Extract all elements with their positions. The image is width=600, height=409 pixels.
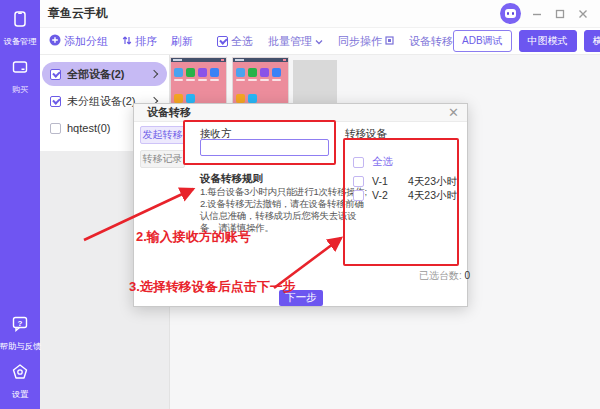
next-step-button[interactable]: 下一步 [279, 290, 323, 306]
orientation-toggle-button[interactable]: 横竖屏切换 [584, 30, 600, 52]
chevron-right-icon [150, 70, 158, 78]
device-remaining-time: 4天23小时 [408, 175, 457, 189]
sync-operations-button[interactable]: 同步操作 [338, 34, 394, 49]
rules-title: 设备转移规则 [200, 172, 263, 186]
batch-manage-menu[interactable]: 批量管理 [268, 34, 323, 49]
toolbar: 添加分组 排序 刷新 全选 批量管理 [40, 28, 600, 55]
transfer-devices-label: 转移设备 [345, 127, 387, 141]
support-robot-icon[interactable] [500, 3, 521, 24]
device-list-select-all[interactable]: 全选 [353, 155, 393, 169]
group-checkbox[interactable] [50, 96, 61, 107]
sidebar-item-label: 设备管理 [3, 36, 36, 48]
svg-text:?: ? [18, 319, 23, 328]
screen-icon [385, 35, 394, 47]
sidebar-item-label: 帮助与反馈 [0, 341, 41, 353]
receiver-input[interactable] [200, 139, 329, 156]
sidebar-item-label: 购买 [12, 84, 29, 96]
mid-image-mode-button[interactable]: 中图模式 [519, 30, 577, 52]
close-button[interactable] [576, 7, 590, 21]
sidebar-item-settings[interactable]: 设置 [11, 363, 29, 401]
selected-count: 已选台数: 0 [419, 269, 470, 283]
minimize-button[interactable] [530, 7, 544, 21]
sidebar-item-help-feedback[interactable]: ? 帮助与反馈 [0, 315, 43, 353]
dialog-close-icon[interactable]: ✕ [448, 106, 459, 119]
refresh-button[interactable]: 刷新 [171, 34, 193, 49]
device-transfer-dialog: 设备转移 ✕ 发起转移 转移记录 接收方 设备转移规则 1.每台设备3小时内只能… [133, 103, 468, 307]
app-window: 设备管理 购买 ? 帮助与反馈 设置 章鱼云手机 [0, 0, 600, 409]
phone-icon [11, 10, 29, 32]
sidebar-item-label: 设置 [12, 389, 29, 401]
select-all-checkbox[interactable] [217, 36, 228, 47]
dialog-header: 设备转移 ✕ [134, 104, 467, 122]
dialog-title: 设备转移 [147, 105, 191, 120]
app-title: 章鱼云手机 [48, 5, 108, 22]
device-transfer-button[interactable]: 设备转移 [409, 34, 453, 49]
tab-initiate-transfer[interactable]: 发起转移 [140, 126, 185, 144]
select-all-checkbox[interactable] [353, 157, 364, 168]
tab-transfer-records[interactable]: 转移记录 [140, 150, 185, 168]
sidebar-item-device-management[interactable]: 设备管理 [2, 10, 38, 48]
group-row-all-devices[interactable]: 全部设备(2) [42, 62, 167, 86]
add-group-button[interactable]: 添加分组 [49, 34, 108, 49]
sort-button[interactable]: 排序 [122, 34, 157, 49]
shopping-card-icon [11, 58, 29, 80]
plus-circle-icon [49, 34, 61, 48]
sidebar: 设备管理 购买 ? 帮助与反馈 设置 [0, 0, 40, 409]
titlebar: 章鱼云手机 [40, 0, 600, 28]
question-bubble-icon: ? [11, 315, 29, 337]
sort-icon [122, 35, 132, 48]
sidebar-item-purchase[interactable]: 购买 [11, 58, 29, 96]
maximize-button[interactable] [553, 7, 567, 21]
device-remaining-time: 4天23小时 [408, 189, 457, 203]
device-list-row[interactable]: V-2 [353, 189, 388, 201]
select-all-toggle[interactable]: 全选 [217, 34, 253, 49]
device-checkbox[interactable] [353, 190, 364, 201]
group-checkbox[interactable] [50, 69, 61, 80]
device-list-row[interactable]: V-1 [353, 175, 388, 187]
settings-icon [11, 363, 29, 385]
adb-debug-button[interactable]: ADB调试 [453, 30, 512, 52]
group-checkbox[interactable] [50, 123, 61, 134]
device-checkbox[interactable] [353, 176, 364, 187]
chevron-down-icon [315, 35, 323, 47]
rules-text: 1.每台设备3小时内只能进行1次转移操作; 2.设备转移无法撤销，请在设备转移前… [200, 186, 348, 234]
